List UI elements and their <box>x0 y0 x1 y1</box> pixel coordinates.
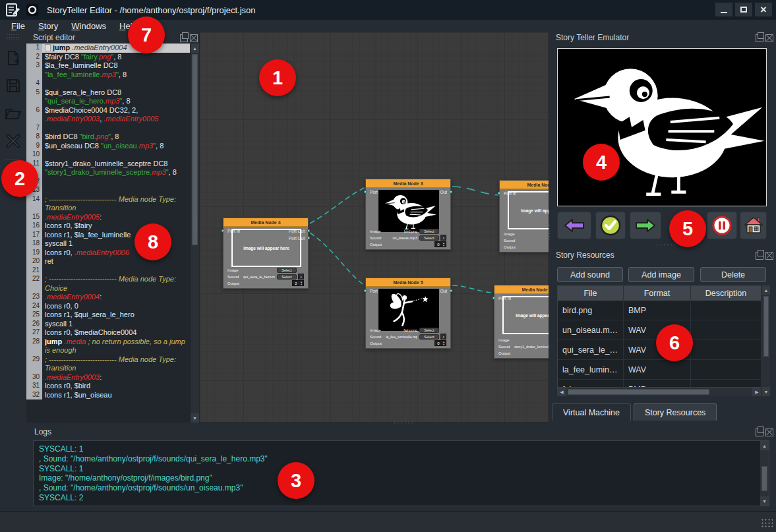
annotation-3: 3 <box>278 462 314 499</box>
home-button[interactable] <box>740 212 767 239</box>
logs-console[interactable]: SYSCALL: 1, Sound: "/home/anthony/ostpro… <box>33 440 769 506</box>
float-icon[interactable] <box>756 429 763 436</box>
table-hscrollbar[interactable]: ◀ ▶ <box>557 388 761 396</box>
new-script-button[interactable] <box>4 49 22 67</box>
image-placeholder: Image will appear here <box>502 296 549 334</box>
select-sound-button[interactable]: Select <box>277 274 297 280</box>
code-line: 20ret <box>26 257 190 266</box>
scroll-down-icon[interactable]: ▼ <box>762 387 770 396</box>
code-line: 4 <box>26 79 190 88</box>
tab-story-resources[interactable]: Story Resources <box>634 403 717 421</box>
add-image-button[interactable]: Add image <box>628 267 694 282</box>
menu-story[interactable]: Story <box>32 21 64 31</box>
script-editor[interactable]: 1jump .mediaEntry00042$fairy DC8 "fairy.… <box>26 44 199 423</box>
table-row[interactable]: fairy.pngBMP <box>558 380 761 388</box>
media-node-2[interactable]: Media Node 2 Port In Image will appear h… <box>499 180 549 252</box>
toolbar-drag-handle[interactable]: :::::::::::: <box>6 34 20 40</box>
table-cell: bird.png <box>558 301 624 320</box>
close-icon[interactable] <box>765 252 773 260</box>
media-node-4[interactable]: Media Node 4 Port In Port Out Port Out I… <box>223 218 309 289</box>
title-bar: StoryTeller Editor - /home/anthony/ostpr… <box>0 0 776 20</box>
output-spinner[interactable]: 0▲▼ <box>434 340 446 346</box>
notes-pencil-icon <box>5 2 20 18</box>
float-icon[interactable] <box>756 252 763 260</box>
table-cell: WAV <box>624 360 691 379</box>
menu-windows[interactable]: Windows <box>65 21 112 31</box>
float-icon[interactable] <box>756 34 763 42</box>
annotation-1: 1 <box>259 59 296 96</box>
add-sound-button[interactable]: Add sound <box>557 267 623 282</box>
save-button[interactable] <box>4 76 22 95</box>
code-line: 15.mediaEntry0005: <box>26 213 190 222</box>
float-icon[interactable] <box>180 34 188 42</box>
table-scrollbar[interactable]: ▲ ▼ <box>761 285 770 396</box>
pause-button[interactable] <box>707 212 737 239</box>
emulator-screen <box>557 48 767 206</box>
maximize-icon <box>740 7 747 13</box>
code-line: 28jump .media ; no return possible, so a… <box>26 338 190 355</box>
window-title: StoryTeller Editor - /home/anthony/ostpr… <box>47 5 255 15</box>
tab-virtual-machine[interactable]: Virtual Machine <box>552 403 631 421</box>
output-spinner[interactable]: 2▲▼ <box>292 280 304 286</box>
output-spinner[interactable]: 0▲▼ <box>434 241 446 247</box>
scroll-down-icon[interactable]: ▼ <box>760 496 769 506</box>
splitter-canvas-logs[interactable]: ······ <box>394 419 415 427</box>
log-line: SYSCALL: 2 <box>39 493 763 503</box>
scroll-up-icon[interactable]: ▲ <box>762 285 770 295</box>
close-icon[interactable] <box>765 429 773 436</box>
speaker-icon[interactable]: ♪ <box>298 274 304 280</box>
scroll-up-icon[interactable]: ▲ <box>191 44 199 53</box>
annotation-4: 4 <box>583 144 620 181</box>
cross-icon <box>5 133 21 149</box>
header-file[interactable]: File <box>558 286 624 301</box>
media-node-3[interactable]: Media Node 3 Port In Port Out I <box>365 179 451 250</box>
header-description[interactable]: Description <box>691 286 761 301</box>
splitter-canvas-right[interactable]: ······ <box>547 224 551 240</box>
menu-file[interactable]: File <box>5 21 31 31</box>
scroll-left-icon[interactable]: ◀ <box>557 388 566 396</box>
close-icon: × <box>760 5 766 15</box>
scroll-down-icon[interactable]: ▼ <box>191 413 199 423</box>
select-sound-button[interactable]: Select <box>419 334 439 340</box>
header-format[interactable]: Format <box>624 286 691 301</box>
table-row[interactable]: la_fee_luminelle.mp3WAV <box>558 360 761 380</box>
minimize-button[interactable] <box>715 3 732 16</box>
speaker-icon[interactable]: ♪ <box>440 334 446 340</box>
table-cell: qui_sera_le_hero.mp3 <box>558 340 624 359</box>
logs-scrollbar[interactable]: ▲ ▼ <box>760 441 769 506</box>
splitter-editor-canvas[interactable]: ······ <box>194 219 198 235</box>
scroll-up-icon[interactable]: ▲ <box>760 441 769 450</box>
splitter-emulator-resources[interactable]: ······ <box>656 241 677 249</box>
code-line: 6$mediaChoice0004 DC32, 2, .mediaEntry00… <box>26 106 190 124</box>
next-button[interactable] <box>630 212 661 239</box>
resize-grip[interactable] <box>761 518 773 529</box>
code-line: 10 <box>26 150 190 160</box>
open-folder-icon <box>5 105 22 121</box>
maximize-button[interactable] <box>735 3 752 16</box>
speaker-icon[interactable]: ♪ <box>440 235 446 241</box>
scroll-right-icon[interactable]: ▶ <box>752 388 761 396</box>
close-icon[interactable] <box>765 34 773 42</box>
select-sound-button[interactable]: Select <box>419 235 439 241</box>
code-line: 22; ---------------------------- Media n… <box>26 275 190 293</box>
table-row[interactable]: bird.pngBMP <box>558 301 761 320</box>
annotation-2: 2 <box>1 160 38 197</box>
close-icon[interactable] <box>190 34 198 42</box>
select-image-button[interactable]: Select <box>419 229 439 234</box>
close-project-button[interactable] <box>4 132 22 150</box>
close-button[interactable]: × <box>755 3 772 16</box>
open-button[interactable] <box>4 104 22 123</box>
media-node-6[interactable]: Media Node 6 Port In Image will appear h… <box>494 285 549 359</box>
annotation-8: 8 <box>134 223 171 260</box>
media-node-5[interactable]: Media Node 5 Port In Port Out Imagefairy… <box>365 278 451 349</box>
node-graph-canvas[interactable]: Media Node 4 Port In Port Out Port Out I… <box>199 32 549 423</box>
node-title: Media Node 5 <box>366 278 450 287</box>
select-image-button[interactable]: Select <box>419 328 439 333</box>
select-image-button[interactable]: Select <box>277 268 297 273</box>
annotation-7: 7 <box>128 16 165 53</box>
ok-button[interactable] <box>595 212 626 239</box>
code-line: 32lcons r1, $un_oiseau <box>26 391 190 400</box>
delete-button[interactable]: Delete <box>700 267 766 282</box>
previous-button[interactable] <box>557 212 591 239</box>
log-line: SYSCALL: 1 <box>39 464 763 474</box>
